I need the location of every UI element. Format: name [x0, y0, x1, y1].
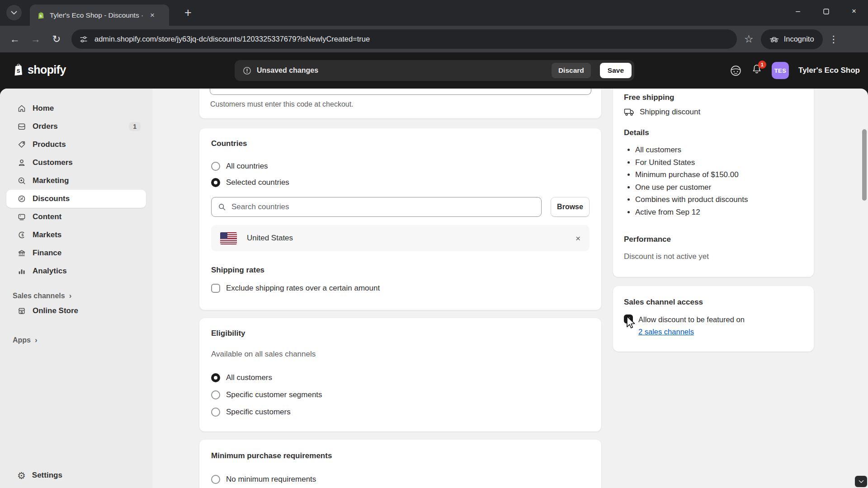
back-button[interactable]: ← [5, 33, 25, 45]
scroll-down-indicator[interactable] [855, 476, 867, 487]
screen: S Tyler's Eco Shop - Discounts · FF × + … [0, 0, 868, 488]
incognito-badge: Incognito [761, 29, 823, 49]
discount-code-input[interactable] [210, 89, 591, 95]
incognito-label: Incognito [784, 35, 814, 43]
search-placeholder: Search countries [231, 202, 289, 211]
browser-tab[interactable]: S Tyler's Eco Shop - Discounts · FF × [30, 5, 169, 26]
sales-channels-link[interactable]: 2 sales channels [638, 327, 694, 337]
sidebar-item-label: Markets [33, 230, 61, 239]
alert-icon [243, 66, 251, 75]
shopify-bag-icon: S [12, 62, 24, 77]
detail-item: One use per customer [635, 181, 803, 194]
radio-icon[interactable] [211, 475, 220, 484]
svg-text:S: S [40, 14, 42, 18]
chevron-right-icon: › [69, 291, 72, 300]
sidebar: Home Orders 1 Products Customers Marketi… [0, 89, 152, 488]
checkbox-icon[interactable] [211, 284, 220, 293]
summary-card: Free shipping Shipping discount Details … [613, 89, 814, 277]
sidebar-item-orders[interactable]: Orders 1 [6, 117, 146, 136]
detail-item: All customers [635, 144, 803, 156]
svg-text:$: $ [22, 233, 24, 237]
radio-all-countries[interactable]: All countries [211, 162, 590, 171]
radio-selected-countries[interactable]: Selected countries [211, 178, 590, 187]
exclude-shipping-checkbox-row[interactable]: Exclude shipping rates over a certain am… [211, 284, 590, 293]
performance-title: Performance [624, 235, 803, 244]
home-icon [17, 104, 26, 113]
unsaved-message: Unsaved changes [257, 66, 318, 75]
radio-all-customers[interactable]: All customers [211, 373, 590, 382]
discard-button[interactable]: Discard [552, 63, 591, 78]
address-bar[interactable]: admin.shopify.com/store/jy63jq-dc/discou… [71, 29, 737, 49]
radio-label: Specific customers [226, 408, 291, 417]
radio-label: All countries [226, 162, 268, 171]
bookmark-star-icon[interactable]: ☆ [744, 33, 754, 45]
sidebar-item-markets[interactable]: $ Markets [6, 226, 146, 244]
minimum-purchase-title: Minimum purchase requirements [211, 451, 590, 460]
marketing-icon [17, 176, 26, 185]
sidebar-item-label: Marketing [33, 176, 69, 185]
minimum-purchase-card: Minimum purchase requirements No minimum… [199, 440, 601, 488]
sidebar-item-label: Products [33, 140, 66, 149]
sidebar-item-marketing[interactable]: Marketing [6, 172, 146, 190]
browser-menu-icon[interactable]: ⋮ [829, 34, 839, 45]
maximize-button[interactable] [812, 0, 840, 23]
header-actions: 1 TES Tyler's Eco Shop [730, 52, 860, 89]
radio-selected-icon[interactable] [211, 373, 220, 382]
details-title: Details [624, 128, 803, 137]
remove-country-icon[interactable]: × [576, 234, 580, 243]
url-text: admin.shopify.com/store/jy63jq-dc/discou… [94, 35, 370, 43]
sidebar-item-label: Customers [33, 158, 73, 167]
sidebar-item-discounts[interactable]: Discounts [6, 190, 146, 208]
discount-type-row: Shipping discount [624, 108, 803, 117]
sidebar-item-online-store[interactable]: Online Store [6, 302, 146, 320]
tab-search-button[interactable] [6, 5, 22, 20]
notifications-button[interactable]: 1 [751, 64, 762, 77]
discount-type-label: Shipping discount [640, 108, 700, 117]
radio-label: Selected countries [226, 178, 289, 187]
detail-item: Combines with product discounts [635, 193, 803, 206]
sidebar-item-home[interactable]: Home [6, 99, 146, 117]
sidebar-item-customers[interactable]: Customers [6, 154, 146, 172]
browse-button[interactable]: Browse [551, 197, 590, 217]
sidebar-item-label: Home [33, 104, 54, 113]
minimize-button[interactable]: – [784, 0, 812, 23]
forward-button[interactable]: → [25, 33, 46, 45]
checkbox-label: Exclude shipping rates over a certain am… [226, 284, 380, 293]
sidebar-item-label: Discounts [33, 194, 70, 203]
store-name[interactable]: Tyler's Eco Shop [798, 66, 860, 75]
radio-icon[interactable] [211, 408, 220, 417]
discount-code-card: Customers must enter this code at checko… [199, 89, 601, 118]
sidebar-section-sales-channels[interactable]: Sales channels › [0, 290, 152, 302]
new-tab-button[interactable]: + [180, 5, 196, 21]
radio-icon[interactable] [211, 390, 220, 399]
chevron-right-icon: › [35, 336, 38, 345]
sidebar-item-analytics[interactable]: Analytics [6, 262, 146, 280]
tab-close-icon[interactable]: × [150, 11, 155, 19]
shipping-truck-icon [624, 108, 635, 116]
sales-channel-access-card: Sales channel access ✓ Allow discount to… [613, 286, 814, 352]
search-countries-input[interactable]: Search countries [211, 197, 542, 217]
radio-customer-segments[interactable]: Specific customer segments [211, 390, 590, 399]
sidebar-item-products[interactable]: Products [6, 136, 146, 154]
notification-badge: 1 [758, 61, 766, 69]
shopify-logo[interactable]: S shopify [12, 62, 66, 77]
finance-icon [17, 249, 26, 258]
performance-text: Discount is not active yet [624, 252, 803, 261]
radio-specific-customers[interactable]: Specific customers [211, 408, 590, 417]
sidebar-section-apps[interactable]: Apps › [0, 334, 152, 346]
store-avatar[interactable]: TES [772, 62, 789, 79]
assistant-icon[interactable] [730, 65, 742, 77]
radio-selected-icon[interactable] [211, 178, 220, 187]
featured-checkbox-row[interactable]: ✓ Allow discount to be featured on 2 sal… [624, 314, 803, 337]
save-button[interactable]: Save [600, 63, 632, 78]
sidebar-item-finance[interactable]: Finance [6, 244, 146, 262]
radio-icon[interactable] [211, 162, 220, 171]
sidebar-item-settings[interactable]: ⚙ Settings [6, 466, 146, 484]
summary-title: Free shipping [624, 93, 803, 102]
reload-button[interactable]: ↻ [46, 33, 67, 45]
close-window-button[interactable]: × [840, 0, 868, 23]
scrollbar-thumb[interactable] [862, 129, 867, 201]
sidebar-item-content[interactable]: Content [6, 208, 146, 226]
window-controls: – × [784, 0, 868, 23]
radio-no-minimum[interactable]: No minimum requirements [211, 475, 590, 484]
